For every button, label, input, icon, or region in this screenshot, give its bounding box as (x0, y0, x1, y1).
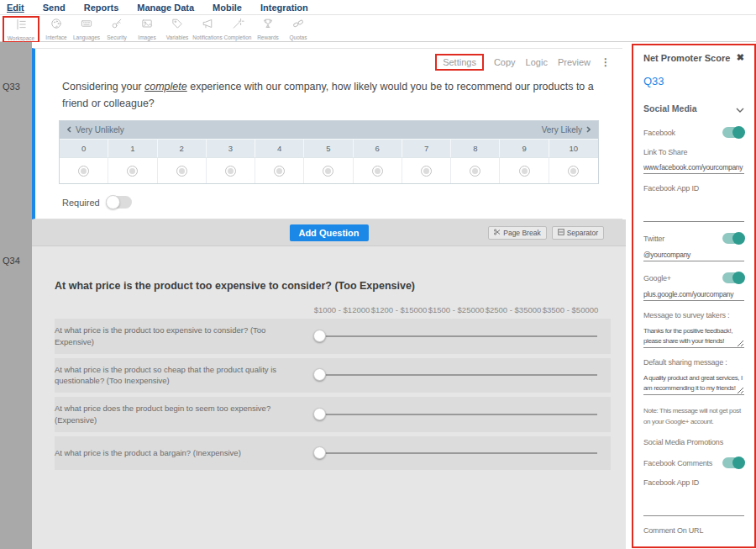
nps-radio-2[interactable] (158, 157, 207, 183)
toolbar-notifications[interactable]: Notifications (192, 16, 223, 40)
promo-facebook-app-id-input[interactable] (643, 504, 744, 516)
nps-number: 5 (304, 139, 353, 157)
slider-track[interactable] (318, 374, 597, 376)
radio-icon (176, 166, 187, 177)
survey-canvas: Add Question Page Break Separator At wha… (32, 219, 626, 549)
nps-left-anchor[interactable]: Very Unlikely (67, 125, 124, 135)
slider-handle[interactable] (313, 330, 326, 342)
menu-send[interactable]: Send (43, 3, 66, 13)
nps-scale: Very Unlikely Very Likely 0 1 2 3 4 5 6 … (59, 120, 599, 184)
google-plus-input[interactable] (643, 288, 744, 301)
close-icon[interactable]: ✖ (737, 52, 744, 63)
nps-radio-0[interactable] (60, 157, 108, 183)
message-to-survey-takers-textarea[interactable]: Thanks for the positive feedback!, pleas… (643, 325, 744, 348)
menu-reports[interactable]: Reports (84, 3, 119, 13)
chevron-down-icon (736, 101, 744, 116)
required-toggle[interactable] (107, 196, 132, 209)
nps-radio-5[interactable] (304, 157, 353, 183)
default-sharing-message-label: Default sharing message : (643, 358, 744, 367)
facebook-app-id-input[interactable] (643, 209, 744, 222)
required-label: Required (62, 198, 100, 208)
nps-radio-1[interactable] (108, 157, 157, 183)
toolbar-security[interactable]: Security (102, 16, 132, 40)
toolbar-completion[interactable]: Completion (223, 16, 253, 40)
slider-handle[interactable] (313, 368, 326, 381)
nps-radio-8[interactable] (451, 157, 500, 183)
radio-icon (78, 166, 89, 177)
more-options-icon[interactable]: ⋮ (601, 56, 611, 68)
nps-radio-3[interactable] (207, 157, 255, 183)
nps-radio-7[interactable] (402, 157, 451, 183)
panel-title: Net Promoter Score (643, 53, 730, 63)
toolbar-label: Variables (166, 34, 189, 40)
slider-track[interactable] (318, 452, 597, 454)
toggle-knob (106, 195, 120, 209)
google-plus-toggle[interactable] (722, 272, 744, 283)
facebook-app-id-label: Facebook App ID (643, 184, 744, 193)
scissors-icon (494, 229, 501, 237)
nps-right-anchor[interactable]: Very Likely (542, 125, 591, 135)
link-to-share-input[interactable] (643, 161, 744, 174)
q34-number-label: Q34 (3, 256, 20, 266)
facebook-comments-toggle[interactable] (722, 457, 744, 468)
default-sharing-message-textarea[interactable]: A quality product and great services, I … (643, 372, 744, 395)
nps-radio-6[interactable] (354, 157, 402, 183)
toolbar-label: Quotas (290, 34, 307, 40)
preview-button[interactable]: Preview (558, 57, 591, 67)
toolbar-rewards[interactable]: Rewards (253, 16, 283, 40)
twitter-label: Twitter (643, 235, 664, 243)
nps-radio-9[interactable] (500, 157, 549, 183)
nps-number-row: 0 1 2 3 4 5 6 7 8 9 10 (60, 139, 598, 157)
toolbar-quotas[interactable]: Quotas (283, 16, 313, 40)
nps-number: 3 (207, 139, 255, 157)
panel-header: Net Promoter Score ✖ (643, 52, 744, 63)
slider-track[interactable] (318, 335, 597, 337)
header-spacer (55, 305, 313, 314)
twitter-handle-input[interactable] (643, 249, 744, 261)
nps-settings-panel: Net Promoter Score ✖ Q33 Social Media Fa… (632, 44, 756, 548)
chevron-right-icon (586, 125, 591, 135)
slider-handle[interactable] (313, 446, 326, 459)
add-question-button[interactable]: Add Question (289, 224, 368, 241)
toolbar-workspace[interactable]: Workspace (3, 16, 39, 43)
logic-button[interactable]: Logic (526, 57, 548, 67)
toolbar-variables[interactable]: Variables (162, 16, 192, 40)
question-card-q33[interactable]: Settings Copy Logic Preview ⋮ Considerin… (32, 48, 622, 219)
panel-question-id[interactable]: Q33 (643, 75, 744, 87)
question-card-q34[interactable]: At what price is the product too expensi… (55, 280, 611, 470)
edit-toolbar: Workspace Interface Languages Security I… (0, 15, 756, 42)
toolbar-interface[interactable]: Interface (41, 16, 71, 40)
twitter-toggle[interactable] (722, 233, 744, 244)
survey-editor-main: Settings Copy Logic Preview ⋮ Considerin… (32, 42, 626, 549)
nps-number: 7 (402, 139, 451, 157)
slider-track[interactable] (318, 414, 597, 415)
google-note-text: Note: This message will not get post on … (643, 405, 744, 427)
page-break-button[interactable]: Page Break (488, 226, 546, 240)
toolbar-languages[interactable]: Languages (71, 16, 102, 40)
toolbar-images[interactable]: Images (132, 16, 162, 40)
copy-button[interactable]: Copy (494, 57, 516, 67)
slider-row-label: At what price does the product begin to … (55, 403, 313, 426)
toolbar-label: Images (138, 34, 155, 40)
trophy-icon (261, 17, 275, 34)
q33-text-emphasized: complete (144, 81, 187, 92)
separator-button[interactable]: Separator (552, 226, 604, 240)
menu-edit[interactable]: Edit (7, 3, 24, 13)
social-media-section-header[interactable]: Social Media (643, 101, 744, 116)
settings-button[interactable]: Settings (435, 54, 484, 71)
menu-integration[interactable]: Integration (260, 3, 308, 13)
menu-manage-data[interactable]: Manage Data (137, 3, 194, 13)
wand-icon (231, 17, 244, 34)
slider-handle[interactable] (313, 408, 326, 420)
twitter-toggle-row: Twitter (643, 233, 744, 244)
menu-mobile[interactable]: Mobile (213, 3, 242, 13)
nps-radio-4[interactable] (255, 157, 304, 183)
nps-radio-10[interactable] (549, 157, 598, 183)
facebook-comments-label: Facebook Comments (643, 459, 712, 467)
megaphone-icon (201, 17, 214, 34)
nps-right-label: Very Likely (542, 125, 582, 135)
promo-facebook-app-id-label: Facebook App ID (643, 478, 744, 487)
q33-question-text[interactable]: Considering your complete experience wit… (62, 78, 597, 112)
facebook-toggle[interactable] (722, 127, 744, 138)
chevron-left-icon (67, 125, 71, 135)
